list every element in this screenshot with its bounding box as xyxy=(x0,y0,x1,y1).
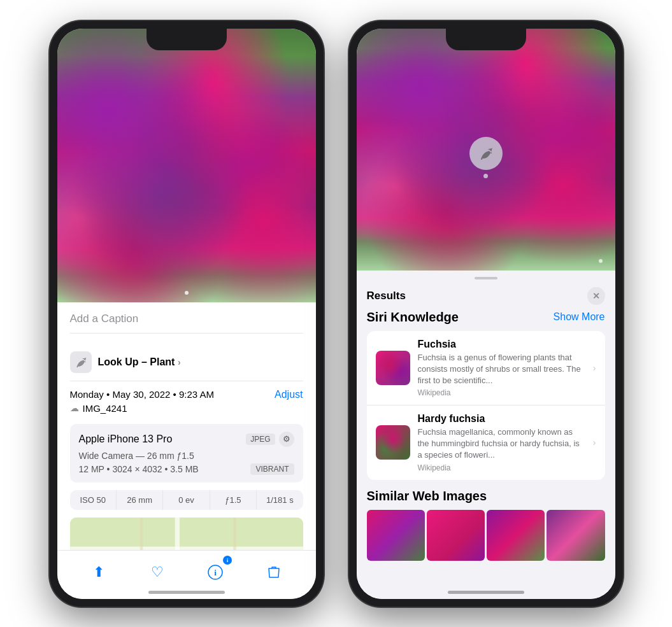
svg-rect-1 xyxy=(70,546,303,549)
share-button[interactable]: ⬆ xyxy=(85,558,113,586)
fuchsia-item[interactable]: Fuchsia Fuchsia is a genus of flowering … xyxy=(367,331,605,406)
hardy-chevron: › xyxy=(593,437,596,447)
lookup-arrow: › xyxy=(178,357,181,367)
delete-button[interactable] xyxy=(260,558,288,586)
gear-badge: ⚙ xyxy=(279,432,294,447)
hardy-desc: Fuchsia magellanica, commonly known as t… xyxy=(418,426,585,461)
flower-image xyxy=(57,29,316,302)
lookup-text: Look Up – Plant › xyxy=(98,356,181,368)
cloud-icon: ☁ xyxy=(70,403,79,413)
close-button[interactable]: ✕ xyxy=(587,287,605,305)
visual-search-bubble xyxy=(469,137,503,178)
hardy-name: Hardy fuchsia xyxy=(418,413,585,425)
exif-ev: 0 ev xyxy=(163,490,210,510)
similar-images xyxy=(367,510,605,561)
fuchsia-name: Fuchsia xyxy=(418,339,585,350)
left-screen: Add a Caption Look Up – Plant › xyxy=(57,29,316,599)
map-preview[interactable] xyxy=(70,518,303,550)
svg-rect-4 xyxy=(139,518,143,550)
similar-image-3[interactable] xyxy=(487,510,545,561)
svg-rect-2 xyxy=(175,518,179,550)
left-phone: Add a Caption Look Up – Plant › xyxy=(50,21,324,607)
bubble-dot xyxy=(483,174,488,178)
mp-text: 12 MP • 3024 × 4032 • 3.5 MB xyxy=(79,464,199,474)
photo-dot xyxy=(185,291,189,295)
device-name: Apple iPhone 13 Pro xyxy=(79,433,173,445)
hardy-text: Hardy fuchsia Fuchsia magellanica, commo… xyxy=(418,413,585,472)
fuchsia-thumb-image xyxy=(376,351,410,385)
fuchsia-source: Wikipedia xyxy=(418,388,585,397)
home-indicator xyxy=(148,591,225,594)
right-phone: Results ✕ Siri Knowledge Show More xyxy=(349,21,623,607)
caption-field[interactable]: Add a Caption xyxy=(70,313,303,334)
filename-text: IMG_4241 xyxy=(83,403,127,414)
exif-shutter: 1/181 s xyxy=(257,490,303,510)
date-text: Monday • May 30, 2022 • 9:23 AM xyxy=(70,389,214,400)
date-row: Monday • May 30, 2022 • 9:23 AM Adjust xyxy=(70,389,303,400)
leaf-icon xyxy=(75,356,87,369)
similar-title: Similar Web Images xyxy=(367,489,487,503)
exif-focal: 26 mm xyxy=(117,490,163,510)
hardy-thumb-image xyxy=(376,425,410,460)
lookup-subject: Plant xyxy=(150,356,175,367)
hardy-thumbnail xyxy=(376,425,410,460)
hardy-source: Wikipedia xyxy=(418,463,585,472)
svg-text:i: i xyxy=(227,558,229,563)
format-badges: JPEG ⚙ xyxy=(246,432,294,447)
visual-lookup-icon xyxy=(469,137,503,170)
similar-image-4[interactable] xyxy=(547,510,604,561)
show-more-button[interactable]: Show More xyxy=(554,311,605,323)
results-panel: Results ✕ Siri Knowledge Show More xyxy=(357,271,615,599)
camera-info: Wide Camera — 26 mm ƒ1.5 xyxy=(79,451,294,461)
adjust-link[interactable]: Adjust xyxy=(275,389,303,400)
similar-section: Similar Web Images xyxy=(367,489,605,561)
location-row: ☁ IMG_4241 xyxy=(70,403,303,414)
right-screen: Results ✕ Siri Knowledge Show More xyxy=(357,29,615,599)
results-header: Results ✕ xyxy=(357,279,615,310)
fuchsia-chevron: › xyxy=(593,363,596,373)
device-section: Apple iPhone 13 Pro JPEG ⚙ Wide Camera —… xyxy=(70,424,303,483)
info-button[interactable]: i i xyxy=(201,558,229,586)
svg-text:i: i xyxy=(214,568,217,577)
results-title: Results xyxy=(367,290,406,302)
exif-row: ISO 50 26 mm 0 ev ƒ1.5 1/181 s xyxy=(70,490,303,510)
map-roads-svg xyxy=(70,518,303,550)
lookup-label: Look Up – xyxy=(98,356,147,367)
info-panel: Add a Caption Look Up – Plant › xyxy=(57,302,316,550)
photo-area[interactable] xyxy=(57,29,316,302)
leaf-visual-icon xyxy=(478,146,494,161)
jpeg-badge: JPEG xyxy=(246,433,275,445)
right-photo-dot xyxy=(599,259,603,263)
info-badge: i xyxy=(223,556,232,565)
right-home-indicator xyxy=(448,591,524,594)
trash-icon xyxy=(267,565,281,580)
lookup-icon xyxy=(70,351,92,373)
knowledge-card: Fuchsia Fuchsia is a genus of flowering … xyxy=(367,331,605,480)
similar-image-2[interactable] xyxy=(427,510,485,561)
fuchsia-text: Fuchsia Fuchsia is a genus of flowering … xyxy=(418,339,585,398)
exif-aperture: ƒ1.5 xyxy=(210,490,257,510)
vibrant-badge: VIBRANT xyxy=(250,463,294,475)
results-content: Siri Knowledge Show More Fuchsia Fuchsia… xyxy=(357,310,615,571)
right-photo-area[interactable] xyxy=(357,29,615,271)
svg-rect-5 xyxy=(233,518,236,550)
fuchsia-thumbnail xyxy=(376,351,410,385)
hardy-fuchsia-item[interactable]: Hardy fuchsia Fuchsia magellanica, commo… xyxy=(367,405,605,480)
device-top: Apple iPhone 13 Pro JPEG ⚙ xyxy=(79,432,294,447)
mp-row: 12 MP • 3024 × 4032 • 3.5 MB VIBRANT xyxy=(79,463,294,475)
similar-image-1[interactable] xyxy=(367,510,425,561)
notch xyxy=(147,29,227,50)
exif-iso: ISO 50 xyxy=(70,490,117,510)
siri-knowledge-header: Siri Knowledge Show More xyxy=(367,310,605,325)
right-notch xyxy=(446,29,526,50)
fuchsia-desc: Fuchsia is a genus of flowering plants t… xyxy=(418,352,585,387)
badge-icon: i xyxy=(224,557,231,563)
favorite-button[interactable]: ♡ xyxy=(143,558,171,586)
info-icon: i xyxy=(207,564,224,581)
lookup-row[interactable]: Look Up – Plant › xyxy=(70,344,303,381)
siri-knowledge-title: Siri Knowledge xyxy=(367,310,459,325)
svg-rect-0 xyxy=(70,518,303,550)
